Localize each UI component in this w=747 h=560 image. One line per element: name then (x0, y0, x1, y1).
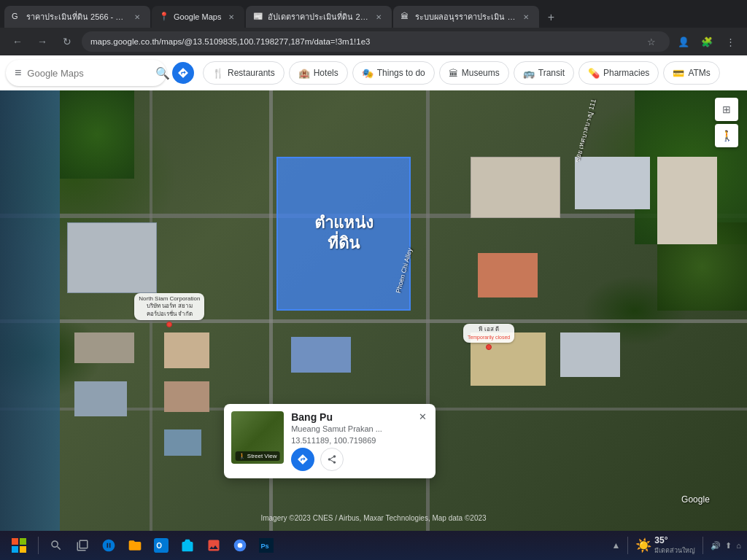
weather-temp: 35° (654, 535, 695, 545)
tab-2-close[interactable]: ✕ (225, 11, 237, 23)
building-right-3 (657, 157, 717, 245)
restaurants-icon: 🍴 (212, 68, 224, 79)
street-view-text: Street View (247, 453, 277, 459)
taskbar-search[interactable] (44, 534, 68, 557)
network-icon[interactable]: ⬆ (725, 541, 732, 551)
svg-text:Ps: Ps (261, 542, 269, 550)
canal (0, 90, 60, 531)
weather-icon: ☀️ (635, 537, 651, 553)
pill-hotels[interactable]: 🏨 Hotels (289, 61, 348, 85)
weather-widget[interactable]: ☀️ 35° มีเดตส่วนใหญ่ (635, 535, 695, 556)
pd-name: พี เอส ดี (468, 326, 510, 333)
new-tab-button[interactable]: + (541, 7, 561, 28)
pill-restaurants-label: Restaurants (228, 68, 275, 78)
pill-restaurants[interactable]: 🍴 Restaurants (203, 61, 285, 85)
pill-pharmacies[interactable]: 💊 Pharmacies (578, 61, 659, 85)
building-right-2 (575, 157, 649, 209)
profile-icon[interactable]: 👤 (674, 32, 693, 51)
pill-museums[interactable]: 🏛 Museums (439, 61, 509, 85)
building-sm-5 (164, 429, 201, 456)
layers-button[interactable]: ⊞ (715, 98, 738, 121)
taskbar-chrome[interactable] (228, 534, 252, 557)
search-icon: ≡ (15, 66, 21, 79)
popup-top: 🚶 Street View Bang Pu Mueang Samut Praka… (224, 404, 436, 478)
forward-button[interactable]: → (32, 31, 53, 52)
tab-3-title: อัปเดตราคาประเมินที่ดิน 2566 ราคาที่... (268, 10, 368, 23)
taskbar-edge[interactable] (97, 534, 120, 557)
back-button[interactable]: ← (7, 31, 28, 52)
hotels-icon: 🏨 (298, 68, 310, 79)
tab-bar: G ราคาประเมินที่ดิน 2566 - Google S... ✕… (0, 0, 747, 28)
pill-atms[interactable]: 💳 ATMs (663, 61, 719, 85)
building-sm-4 (74, 381, 127, 416)
pd-bubble: พี เอส ดี Temporarily closed (463, 324, 514, 342)
url-text: maps.google.co.th/maps/@13.5109835,100.7… (90, 37, 638, 46)
tab-3[interactable]: 📰 อัปเดตราคาประเมินที่ดิน 2566 ราคาที่..… (246, 6, 392, 28)
popup-thumbnail[interactable]: 🚶 Street View (231, 411, 284, 464)
pd-status: Temporarily closed (468, 334, 510, 341)
system-icons[interactable]: 🔊 ⬆ ⌂ (711, 541, 741, 551)
svg-point-7 (238, 543, 243, 548)
pill-things-to-do[interactable]: 🎭 Things to do (352, 61, 435, 85)
weather-desc: มีเดตส่วนใหญ่ (654, 545, 695, 556)
museums-icon: 🏛 (449, 68, 458, 79)
tab-3-close[interactable]: ✕ (373, 11, 384, 23)
pill-transit-label: Transit (538, 68, 565, 78)
popup-close-button[interactable]: ✕ (415, 410, 430, 424)
maps-toolbar: ≡ 🔍 🍴 Restaurants 🏨 Hotels 🎭 Things to d… (0, 55, 747, 90)
directions-button[interactable] (172, 62, 194, 84)
north-siam-marker[interactable]: North Siam Corporation บริษัท นอร์ท สยาม… (134, 293, 204, 327)
pegman-button[interactable]: 🚶 (715, 124, 738, 147)
street-view-label: 🚶 Street View (236, 451, 280, 461)
tab-2[interactable]: 📍 Google Maps ✕ (152, 6, 244, 28)
land-label-line2: ที่ดิน (328, 233, 360, 254)
pd-marker[interactable]: พี เอส ดี Temporarily closed (463, 324, 514, 349)
transit-icon: 🚌 (523, 68, 535, 79)
taskbar-store[interactable] (176, 534, 199, 557)
taskbar-file-explorer[interactable] (123, 534, 147, 557)
pill-atms-label: ATMs (688, 68, 710, 78)
svg-rect-1 (20, 538, 26, 545)
volume-icon[interactable]: 🔊 (711, 541, 721, 551)
taskbar-photoshop[interactable]: Ps (255, 534, 278, 557)
search-box[interactable]: ≡ 🔍 (6, 60, 166, 86)
search-input[interactable] (27, 68, 150, 79)
building-right-1 (471, 157, 560, 219)
popup-actions (291, 445, 428, 471)
soi-label: ซอย เทศบาลบางปู 111 (572, 98, 599, 164)
pill-transit[interactable]: 🚌 Transit (514, 61, 574, 85)
tab-2-favicon: 📍 (159, 12, 169, 22)
imagery-attribution: Imagery ©2023 CNES / Airbus, Maxar Techn… (0, 514, 747, 522)
building-sm-3 (74, 332, 134, 363)
extensions-icon[interactable]: 🧩 (697, 32, 716, 51)
tray-up-arrow[interactable]: ▲ (611, 540, 620, 551)
popup-name: Bang Pu (291, 411, 428, 423)
map-popup: 🚶 Street View Bang Pu Mueang Samut Praka… (224, 404, 436, 478)
popup-share-button[interactable] (320, 448, 344, 471)
tab-1-close[interactable]: ✕ (131, 11, 143, 23)
tab-2-title: Google Maps (174, 12, 221, 21)
start-button[interactable] (6, 534, 32, 557)
taskbar-photos[interactable] (202, 534, 225, 557)
menu-icon[interactable]: ⋮ (721, 32, 740, 51)
taskbar-outlook[interactable]: O (150, 534, 173, 557)
tab-4[interactable]: 🏛 ระบบผลอนุรราคาประเมิน – กรมธนา... ✕ (393, 6, 539, 28)
battery-icon[interactable]: ⌂ (736, 541, 741, 550)
system-tray[interactable]: ▲ (611, 540, 620, 551)
map-area[interactable]: ตำแหน่ง ที่ดิน ซอย เทศบาลบางปู 111 Phoen… (0, 90, 747, 531)
pharmacies-icon: 💊 (588, 68, 600, 79)
tab-4-close[interactable]: ✕ (520, 11, 532, 23)
building-sm-1 (164, 332, 209, 368)
category-pills: 🍴 Restaurants 🏨 Hotels 🎭 Things to do 🏛 … (203, 61, 720, 85)
search-submit-icon[interactable]: 🔍 (155, 66, 170, 80)
address-bar: ← → ↻ maps.google.co.th/maps/@13.5109835… (0, 28, 747, 55)
bookmark-icon[interactable]: ☆ (642, 32, 661, 51)
reload-button[interactable]: ↻ (57, 31, 77, 52)
pill-things-to-do-label: Things to do (377, 68, 425, 78)
taskbar-separator-2 (627, 537, 628, 554)
north-siam-pin (166, 322, 172, 327)
tab-1[interactable]: G ราคาประเมินที่ดิน 2566 - Google S... ✕ (4, 6, 150, 28)
popup-navigate-button[interactable] (291, 448, 314, 471)
taskbar-task-view[interactable] (71, 534, 94, 557)
url-bar[interactable]: maps.google.co.th/maps/@13.5109835,100.7… (82, 31, 670, 52)
